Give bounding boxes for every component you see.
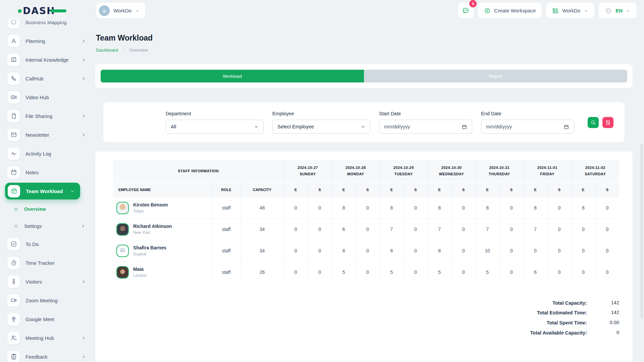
- donut-icon: [14, 224, 18, 229]
- messages-button[interactable]: 0: [458, 3, 474, 18]
- sidebar-item-activity-log[interactable]: Activity Log: [0, 144, 95, 163]
- sidebar-item-video-hub[interactable]: Video Hub: [0, 88, 95, 107]
- workspace-selector[interactable]: WorkDo: [96, 3, 145, 18]
- employee-label: Employee: [272, 111, 370, 116]
- breadcrumb-dashboard-link[interactable]: Dashboard: [96, 48, 118, 53]
- sidebar-item-google-meet[interactable]: Google Meet: [0, 310, 95, 328]
- spent-cell: 0: [404, 219, 427, 240]
- avatar: [116, 223, 129, 236]
- sidebar-item-label: Activity Log: [25, 151, 86, 157]
- sidebar-item-business-mapping[interactable]: Business Mapping: [0, 15, 95, 32]
- sidebar-item-meeting-hub[interactable]: Meeting Hub: [0, 328, 95, 347]
- chat-icon: [462, 7, 470, 14]
- avatar: [116, 202, 129, 214]
- spent-cell: 0: [404, 261, 427, 283]
- day-date: 2024-10-31: [476, 165, 523, 171]
- estimated-cell: 0: [284, 261, 308, 283]
- spent-cell: 0: [404, 240, 427, 261]
- page-scrollbar-thumb[interactable]: [640, 144, 643, 318]
- day-date: 2024-10-30: [428, 165, 475, 171]
- language-code: EN: [615, 8, 623, 13]
- sidebar-item-feedback[interactable]: Feedback: [0, 347, 95, 362]
- plus-circle-icon: [484, 7, 491, 14]
- department-select[interactable]: All: [166, 120, 264, 134]
- chevron-right-icon: [82, 114, 86, 118]
- estimated-cell: 8: [380, 240, 404, 261]
- clipboard-icon: [7, 351, 20, 362]
- sidebar-item-overview[interactable]: Overview: [0, 200, 95, 218]
- start-date-input[interactable]: mm/dd/yyyy: [379, 120, 472, 134]
- sidebar-item-zoom-meeting[interactable]: Zoom Meeting: [0, 291, 95, 310]
- sidebar-item-label: Zoom Meeting: [25, 298, 86, 303]
- estimated-cell: 8: [332, 197, 356, 219]
- sidebar-item-label: Planning: [25, 38, 76, 44]
- day-weekday: TUESDAY: [380, 171, 427, 177]
- reset-filters-button[interactable]: [602, 117, 613, 128]
- broken-image-icon: [120, 247, 125, 254]
- day-column-header: 2024-11-02SATURDAY: [571, 160, 619, 182]
- estimated-cell: 8: [428, 240, 451, 261]
- sub-column-header-s: S: [547, 182, 571, 197]
- sidebar-item-newsletter[interactable]: Newsletter: [0, 125, 95, 144]
- sidebar-item-label: CallHub: [25, 76, 76, 81]
- total-row: Total Available Capacity: 0: [530, 330, 619, 336]
- employee-select[interactable]: Select Employee: [272, 120, 370, 134]
- spent-cell: 0: [499, 240, 523, 261]
- sidebar-item-visitors[interactable]: Visitors: [0, 272, 95, 291]
- globe-icon: [605, 7, 612, 14]
- stopwatch-icon: [7, 257, 20, 269]
- sub-column-header-s: S: [404, 182, 427, 197]
- calendar-1-icon: [8, 185, 20, 197]
- estimated-cell: 5: [475, 261, 499, 283]
- sidebar-item-internal-knowledge[interactable]: Internal Knowledge: [0, 50, 95, 69]
- spent-cell: 0: [499, 197, 523, 219]
- chevron-down-icon: [626, 8, 631, 13]
- users-icon: [7, 332, 20, 344]
- sidebar-item-callhub[interactable]: CallHub: [0, 69, 95, 88]
- language-selector[interactable]: EN: [599, 3, 637, 18]
- file-icon: [7, 110, 20, 122]
- spent-cell: 0: [451, 197, 475, 219]
- sidebar-item-file-sharing[interactable]: File Sharing: [0, 107, 95, 125]
- workdo-menu-button[interactable]: WorkDo: [546, 3, 594, 18]
- spent-cell: 0: [308, 197, 331, 219]
- breadcrumb: Dashboard Overview: [96, 48, 633, 53]
- role-cell: staff: [212, 261, 240, 283]
- tab-workload[interactable]: Workload: [101, 70, 364, 82]
- search-button[interactable]: [588, 117, 599, 128]
- workspace-avatar: [99, 5, 110, 16]
- spent-cell: 0: [356, 219, 379, 240]
- create-workspace-button[interactable]: Create Workspace: [478, 3, 542, 18]
- end-date-label: End Date: [481, 111, 574, 116]
- create-workspace-label: Create Workspace: [494, 8, 536, 13]
- main-content: Team Workload Dashboard Overview Workloa…: [95, 20, 633, 362]
- sidebar-item-team-workload[interactable]: Team Workload: [5, 183, 80, 199]
- total-value: 0: [587, 330, 619, 335]
- spent-cell: 0: [356, 240, 379, 261]
- sidebar-item-time-tracker[interactable]: Time Tracker: [0, 253, 95, 272]
- estimated-cell: 8: [428, 197, 451, 219]
- calendar-icon: [462, 124, 467, 130]
- end-date-input[interactable]: mm/dd/yyyy: [481, 120, 574, 134]
- total-row: Total Spent Time: 0.00: [547, 320, 619, 326]
- sidebar-item-settings[interactable]: Settings: [0, 218, 95, 235]
- calendar-icon: [7, 166, 20, 179]
- logo-accent-bar: [50, 9, 66, 12]
- sidebar-item-notes[interactable]: Notes: [0, 163, 95, 182]
- spent-cell: 0: [451, 219, 475, 240]
- sub-column-header-e: E: [428, 182, 451, 197]
- sidebar-item-planning[interactable]: Planning: [0, 32, 95, 50]
- day-weekday: SATURDAY: [572, 171, 619, 177]
- tab-report[interactable]: Report: [364, 70, 627, 82]
- sidebar-item-to-do[interactable]: To Do: [0, 235, 95, 253]
- capacity-cell: 34: [240, 240, 284, 261]
- chevron-down-icon: [70, 189, 74, 193]
- chevron-right-icon: [82, 355, 86, 359]
- clear-filter-icon: [605, 120, 611, 125]
- role-cell: staff: [212, 240, 240, 261]
- tab-bar: Workload Report: [101, 70, 627, 82]
- chevron-down-icon: [361, 124, 365, 129]
- total-label: Total Capacity:: [552, 300, 587, 306]
- estimated-cell: 5: [380, 261, 404, 283]
- estimated-cell: 7: [428, 219, 451, 240]
